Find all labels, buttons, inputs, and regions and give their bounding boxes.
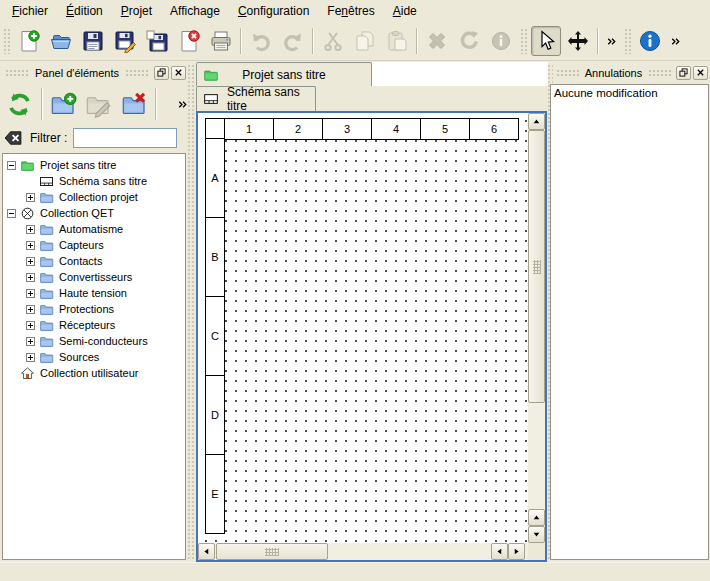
overflow-icon (669, 35, 682, 48)
tree-item-recepteurs[interactable]: Récepteurs (3, 317, 185, 333)
scroll-down-button[interactable] (528, 526, 545, 543)
tree-item-semi-conducteurs[interactable]: Semi-conducteurs (3, 333, 185, 349)
toolbar-separator (312, 28, 314, 54)
float-button[interactable] (676, 66, 691, 80)
open-file-button[interactable] (46, 26, 76, 56)
menu-item-fenetres[interactable]: Fenêtres (318, 0, 383, 22)
expander-plus-icon[interactable] (26, 321, 35, 330)
diagram-canvas[interactable]: 123456 ABCDE (198, 113, 528, 543)
tree-item-projet-sans-titre[interactable]: Projet sans titre (3, 157, 185, 173)
edit-category-button[interactable] (82, 86, 116, 122)
toolbar-separator (416, 28, 418, 54)
expander-plus-icon[interactable] (26, 353, 35, 362)
scroll-left-button[interactable] (491, 543, 508, 560)
tree-item-collection-projet[interactable]: Collection projet (3, 189, 185, 205)
toolbar-drag-handle[interactable] (3, 28, 10, 54)
scroll-right-button[interactable] (508, 543, 525, 560)
tree-item-label: Sources (59, 351, 99, 363)
clear-filter-button[interactable] (3, 128, 23, 148)
undo-icon (249, 29, 273, 53)
tree-item-protections[interactable]: Protections (3, 301, 185, 317)
horizontal-scrollbar-thumb[interactable] (216, 543, 328, 560)
menu-item-configuration[interactable]: Configuration (229, 0, 318, 22)
selection-mode-button[interactable] (531, 26, 561, 56)
tree-item-collection-qet[interactable]: Collection QET (3, 205, 185, 221)
row-header-c: C (205, 296, 225, 376)
elements-panel-titlebar: Panel d'éléments (2, 64, 186, 81)
reload-collections-button[interactable] (3, 86, 37, 122)
tab-schema-sans-titre[interactable]: Schéma sans titre (196, 86, 316, 111)
scroll-left-button[interactable] (198, 543, 215, 560)
expander-plus-icon[interactable] (26, 241, 35, 250)
tree-item-sources[interactable]: Sources (3, 349, 185, 365)
visualisation-mode-button[interactable] (563, 26, 593, 56)
tab-projet-sans-titre[interactable]: Projet sans titre (196, 62, 372, 86)
tree-item-schema-sans-titre[interactable]: Schéma sans titre (3, 173, 185, 189)
expander-minus-icon[interactable] (7, 209, 16, 218)
toolbar-drag-handle[interactable] (624, 28, 631, 54)
undo-list-item[interactable]: Aucune modification (554, 87, 705, 102)
filter-input[interactable] (73, 128, 177, 148)
toolbar-overflow-button[interactable] (603, 29, 620, 53)
float-button[interactable] (154, 66, 169, 80)
close-button[interactable] (693, 66, 708, 80)
paste-button[interactable] (382, 26, 412, 56)
menu-item-edition[interactable]: Édition (57, 0, 112, 22)
tree-item-automatisme[interactable]: Automatisme (3, 221, 185, 237)
tree-item-haute-tension[interactable]: Haute tension (3, 285, 185, 301)
save-as-button[interactable] (110, 26, 140, 56)
arrow-up-icon (533, 514, 540, 521)
menu-item-affichage[interactable]: Affichage (161, 0, 229, 22)
overflow-icon (605, 35, 618, 48)
tree-item-contacts[interactable]: Contacts (3, 253, 185, 269)
titlebar-texture (125, 69, 149, 77)
expander-plus-icon[interactable] (26, 273, 35, 282)
diagram-information-button[interactable] (635, 26, 665, 56)
menu-bar: FichierÉditionProjetAffichageConfigurati… (0, 0, 710, 22)
element-information-button[interactable] (486, 26, 516, 56)
vertical-scrollbar-thumb[interactable] (528, 130, 545, 403)
redo-button[interactable] (278, 26, 308, 56)
left-splitter-handle[interactable] (187, 64, 195, 560)
delete-category-button[interactable] (118, 86, 152, 122)
expander-plus-icon[interactable] (26, 337, 35, 346)
delete-button[interactable] (422, 26, 452, 56)
main-toolbar (0, 22, 710, 61)
titlebar-texture (5, 69, 29, 77)
close-file-button[interactable] (174, 26, 204, 56)
close-button[interactable] (171, 66, 186, 80)
save-button[interactable] (78, 26, 108, 56)
menu-item-aide[interactable]: Aide (384, 0, 426, 22)
print-button[interactable] (206, 26, 236, 56)
arrow-down-icon (533, 531, 540, 538)
expander-plus-icon[interactable] (26, 305, 35, 314)
column-header-5: 5 (420, 118, 470, 140)
vertical-scrollbar[interactable] (528, 113, 545, 543)
new-category-button[interactable] (47, 86, 81, 122)
rotate-button[interactable] (454, 26, 484, 56)
tree-item-collection-utilisateur[interactable]: Collection utilisateur (3, 365, 185, 381)
save-all-button[interactable] (142, 26, 172, 56)
tree-item-label: Convertisseurs (59, 271, 132, 283)
expander-plus-icon[interactable] (26, 257, 35, 266)
new-file-button[interactable] (14, 26, 44, 56)
menu-item-fichier[interactable]: Fichier (3, 0, 57, 22)
horizontal-scrollbar[interactable] (198, 543, 528, 560)
toolbar-overflow-button[interactable] (667, 29, 684, 53)
tree-item-label: Contacts (59, 255, 102, 267)
cut-button[interactable] (318, 26, 348, 56)
expander-plus-icon[interactable] (26, 193, 35, 202)
tree-item-capteurs[interactable]: Capteurs (3, 237, 185, 253)
menu-item-projet[interactable]: Projet (112, 0, 161, 22)
elements-panel-toolbar (2, 83, 192, 125)
scroll-up-button[interactable] (528, 113, 545, 130)
copy-button[interactable] (350, 26, 380, 56)
home-icon (20, 366, 35, 381)
toolbar-drag-handle[interactable] (520, 28, 527, 54)
undo-button[interactable] (246, 26, 276, 56)
scroll-up-button[interactable] (528, 509, 545, 526)
expander-minus-icon[interactable] (7, 161, 16, 170)
expander-plus-icon[interactable] (26, 289, 35, 298)
expander-plus-icon[interactable] (26, 225, 35, 234)
tree-item-convertisseurs[interactable]: Convertisseurs (3, 269, 185, 285)
